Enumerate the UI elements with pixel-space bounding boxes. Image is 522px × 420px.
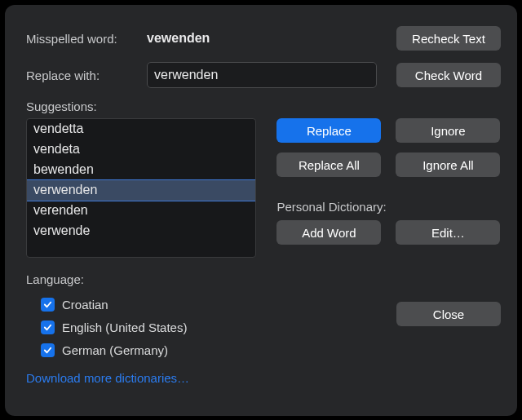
- replace-with-label: Replace with:: [26, 69, 147, 82]
- ignore-all-button[interactable]: Ignore All: [396, 153, 500, 177]
- list-item[interactable]: vendeta: [27, 139, 255, 160]
- ignore-button[interactable]: Ignore: [396, 118, 500, 143]
- list-item[interactable]: verwenden: [26, 179, 256, 201]
- replace-button[interactable]: Replace: [276, 118, 381, 143]
- check-word-button[interactable]: Check Word: [396, 63, 501, 87]
- recheck-text-button[interactable]: Recheck Text: [396, 26, 501, 51]
- edit-dictionary-button[interactable]: Edit…: [396, 220, 500, 245]
- language-item: English (United States): [41, 316, 396, 338]
- language-checkbox[interactable]: [41, 321, 55, 334]
- add-word-button[interactable]: Add Word: [276, 220, 381, 245]
- spellcheck-dialog: Misspelled word: vewenden Recheck Text R…: [5, 5, 517, 416]
- check-icon: [43, 323, 52, 332]
- download-dictionaries-link[interactable]: Download more dictionaries…: [26, 371, 189, 385]
- replace-with-input[interactable]: [147, 62, 377, 88]
- language-label: Language:: [26, 272, 84, 286]
- actions-area: Replace Ignore Replace All Ignore All Pe…: [276, 118, 501, 245]
- suggestions-listbox[interactable]: vendetta vendeta bewenden verwenden vere…: [26, 118, 256, 258]
- misspelled-value: vewenden: [147, 31, 210, 46]
- check-icon: [43, 300, 52, 309]
- language-checkbox[interactable]: [41, 343, 55, 357]
- language-name: English (United States): [62, 321, 187, 334]
- language-checkbox[interactable]: [41, 298, 55, 312]
- list-item[interactable]: bewenden: [27, 160, 255, 180]
- list-item[interactable]: vendetta: [27, 119, 255, 139]
- suggestions-label: Suggestions:: [26, 99, 97, 113]
- personal-dictionary-label: Personal Dictionary:: [276, 200, 386, 214]
- language-item: Croatian: [41, 293, 396, 316]
- list-item[interactable]: verenden: [27, 201, 255, 221]
- check-icon: [43, 346, 52, 355]
- language-item: German (Germany): [41, 338, 396, 361]
- replace-all-button[interactable]: Replace All: [276, 153, 381, 177]
- language-name: German (Germany): [62, 343, 168, 357]
- misspelled-label: Misspelled word:: [26, 32, 147, 46]
- list-item[interactable]: verwende: [27, 221, 255, 241]
- language-name: Croatian: [62, 298, 108, 312]
- close-button[interactable]: Close: [396, 302, 501, 326]
